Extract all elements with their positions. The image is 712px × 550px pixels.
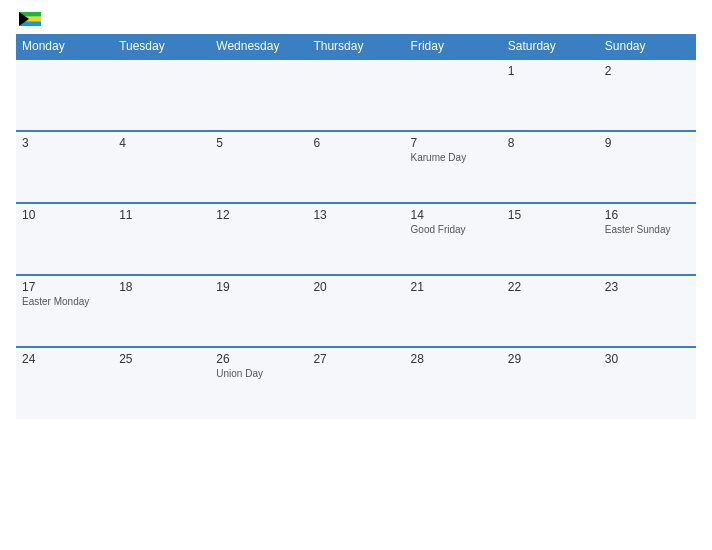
calendar-cell: 6 — [307, 131, 404, 203]
calendar-cell — [210, 59, 307, 131]
day-number: 3 — [22, 136, 107, 150]
day-number: 30 — [605, 352, 690, 366]
day-number: 28 — [411, 352, 496, 366]
calendar-cell — [113, 59, 210, 131]
day-number: 25 — [119, 352, 204, 366]
holiday-name: Good Friday — [411, 224, 496, 235]
day-number: 14 — [411, 208, 496, 222]
day-number: 29 — [508, 352, 593, 366]
calendar-cell: 4 — [113, 131, 210, 203]
calendar-cell: 2 — [599, 59, 696, 131]
calendar-cell: 27 — [307, 347, 404, 419]
calendar-cell: 7Karume Day — [405, 131, 502, 203]
calendar-page: MondayTuesdayWednesdayThursdayFridaySatu… — [0, 0, 712, 550]
calendar-cell: 11 — [113, 203, 210, 275]
holiday-name: Easter Sunday — [605, 224, 690, 235]
day-number: 4 — [119, 136, 204, 150]
day-number: 26 — [216, 352, 301, 366]
calendar-cell: 18 — [113, 275, 210, 347]
calendar-table: MondayTuesdayWednesdayThursdayFridaySatu… — [16, 34, 696, 419]
day-number: 7 — [411, 136, 496, 150]
calendar-cell — [16, 59, 113, 131]
calendar-cell — [405, 59, 502, 131]
day-number: 6 — [313, 136, 398, 150]
calendar-cell: 8 — [502, 131, 599, 203]
day-number: 15 — [508, 208, 593, 222]
weekday-header-saturday: Saturday — [502, 34, 599, 59]
calendar-cell: 29 — [502, 347, 599, 419]
calendar-week-row: 1011121314Good Friday1516Easter Sunday — [16, 203, 696, 275]
day-number: 16 — [605, 208, 690, 222]
calendar-cell — [307, 59, 404, 131]
logo-flag-icon — [19, 12, 41, 26]
calendar-cell: 16Easter Sunday — [599, 203, 696, 275]
day-number: 20 — [313, 280, 398, 294]
calendar-cell: 15 — [502, 203, 599, 275]
holiday-name: Easter Monday — [22, 296, 107, 307]
calendar-week-row: 34567Karume Day89 — [16, 131, 696, 203]
calendar-cell: 3 — [16, 131, 113, 203]
calendar-cell: 5 — [210, 131, 307, 203]
day-number: 19 — [216, 280, 301, 294]
weekday-header-tuesday: Tuesday — [113, 34, 210, 59]
calendar-cell: 17Easter Monday — [16, 275, 113, 347]
day-number: 13 — [313, 208, 398, 222]
weekday-header-monday: Monday — [16, 34, 113, 59]
day-number: 10 — [22, 208, 107, 222]
day-number: 11 — [119, 208, 204, 222]
calendar-week-row: 12 — [16, 59, 696, 131]
day-number: 17 — [22, 280, 107, 294]
weekday-header-row: MondayTuesdayWednesdayThursdayFridaySatu… — [16, 34, 696, 59]
calendar-cell: 10 — [16, 203, 113, 275]
calendar-cell: 9 — [599, 131, 696, 203]
calendar-cell: 14Good Friday — [405, 203, 502, 275]
calendar-header — [16, 12, 696, 26]
day-number: 21 — [411, 280, 496, 294]
calendar-week-row: 17Easter Monday181920212223 — [16, 275, 696, 347]
holiday-name: Karume Day — [411, 152, 496, 163]
calendar-cell: 22 — [502, 275, 599, 347]
calendar-cell: 24 — [16, 347, 113, 419]
day-number: 9 — [605, 136, 690, 150]
calendar-cell: 12 — [210, 203, 307, 275]
weekday-header-wednesday: Wednesday — [210, 34, 307, 59]
calendar-week-row: 242526Union Day27282930 — [16, 347, 696, 419]
calendar-cell: 23 — [599, 275, 696, 347]
day-number: 27 — [313, 352, 398, 366]
weekday-header-friday: Friday — [405, 34, 502, 59]
day-number: 2 — [605, 64, 690, 78]
weekday-header-sunday: Sunday — [599, 34, 696, 59]
weekday-header-thursday: Thursday — [307, 34, 404, 59]
day-number: 1 — [508, 64, 593, 78]
logo — [16, 12, 44, 26]
day-number: 23 — [605, 280, 690, 294]
calendar-cell: 13 — [307, 203, 404, 275]
calendar-cell: 21 — [405, 275, 502, 347]
calendar-cell: 28 — [405, 347, 502, 419]
day-number: 24 — [22, 352, 107, 366]
calendar-cell: 20 — [307, 275, 404, 347]
day-number: 18 — [119, 280, 204, 294]
calendar-cell: 25 — [113, 347, 210, 419]
holiday-name: Union Day — [216, 368, 301, 379]
day-number: 12 — [216, 208, 301, 222]
calendar-cell: 26Union Day — [210, 347, 307, 419]
calendar-cell: 30 — [599, 347, 696, 419]
calendar-cell: 19 — [210, 275, 307, 347]
day-number: 22 — [508, 280, 593, 294]
calendar-cell: 1 — [502, 59, 599, 131]
day-number: 5 — [216, 136, 301, 150]
day-number: 8 — [508, 136, 593, 150]
